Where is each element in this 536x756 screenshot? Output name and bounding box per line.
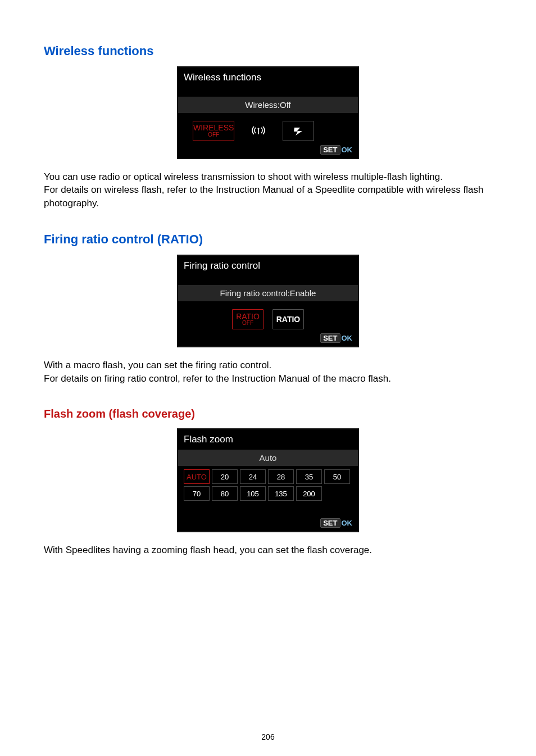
zoom-option-105[interactable]: 105 (240, 486, 266, 501)
option-wireless-optical[interactable] (283, 121, 314, 141)
set-ok-button[interactable]: SET OK (320, 333, 352, 343)
zoom-option-28[interactable]: 28 (268, 469, 294, 484)
set-ok-button[interactable]: SET OK (320, 518, 352, 528)
option-wireless-radio[interactable] (243, 121, 274, 141)
lcd-firing-ratio: Firing ratio control Firing ratio contro… (177, 255, 359, 347)
set-label: SET (320, 333, 340, 343)
heading-flash-zoom: Flash zoom (flash coverage) (44, 408, 492, 420)
zoom-option-20[interactable]: 20 (212, 469, 238, 484)
heading-wireless-functions: Wireless functions (44, 44, 492, 58)
ok-label: OK (342, 334, 353, 342)
zoom-option-70[interactable]: 70 (184, 486, 210, 501)
zoom-option-200[interactable]: 200 (296, 486, 322, 501)
zoom-row-2: 70 80 105 135 200 (184, 486, 352, 501)
ok-label: OK (342, 519, 353, 527)
ok-label: OK (342, 146, 353, 154)
lightning-icon (293, 125, 304, 137)
wireless-description: You can use radio or optical wireless tr… (44, 170, 492, 210)
lcd-status: Auto (178, 450, 358, 466)
zoom-option-24[interactable]: 24 (240, 469, 266, 484)
lcd-status: Firing ratio control:Enable (178, 285, 358, 301)
ratio-description: With a macro flash, you can set the firi… (44, 359, 492, 385)
heading-firing-ratio: Firing ratio control (RATIO) (44, 232, 492, 247)
option-label-line2: OFF (242, 320, 253, 327)
option-label-line1: RATIO (236, 313, 260, 321)
zoom-option-35[interactable]: 35 (296, 469, 322, 484)
lcd-title: Firing ratio control (178, 256, 358, 285)
zoom-row-1: AUTO 20 24 28 35 50 (184, 469, 352, 484)
lcd-wireless: Wireless functions Wireless:Off WIRELESS… (177, 66, 359, 159)
option-ratio-on[interactable]: RATIO (272, 309, 304, 329)
option-label: RATIO (276, 315, 301, 324)
option-wireless-off[interactable]: WIRELESS OFF (193, 121, 234, 141)
set-label: SET (320, 145, 340, 155)
page-number: 206 (0, 732, 536, 741)
lcd-flash-zoom: Flash zoom Auto AUTO 20 24 28 35 50 70 8… (177, 428, 359, 532)
option-ratio-off[interactable]: RATIO OFF (232, 309, 264, 329)
set-label: SET (320, 518, 340, 528)
set-ok-button[interactable]: SET OK (320, 145, 352, 155)
option-label-line2: OFF (208, 132, 219, 138)
lcd-title: Flash zoom (178, 429, 358, 450)
option-label-line1: WIRELESS (193, 124, 234, 132)
zoom-option-80[interactable]: 80 (212, 486, 238, 501)
radio-icon (251, 125, 266, 138)
zoom-description: With Speedlites having a zooming flash h… (44, 544, 492, 556)
zoom-option-135[interactable]: 135 (268, 486, 294, 501)
lcd-title: Wireless functions (178, 67, 358, 97)
zoom-option-50[interactable]: 50 (324, 469, 350, 484)
zoom-option-auto[interactable]: AUTO (184, 469, 210, 484)
lcd-status: Wireless:Off (178, 97, 358, 113)
